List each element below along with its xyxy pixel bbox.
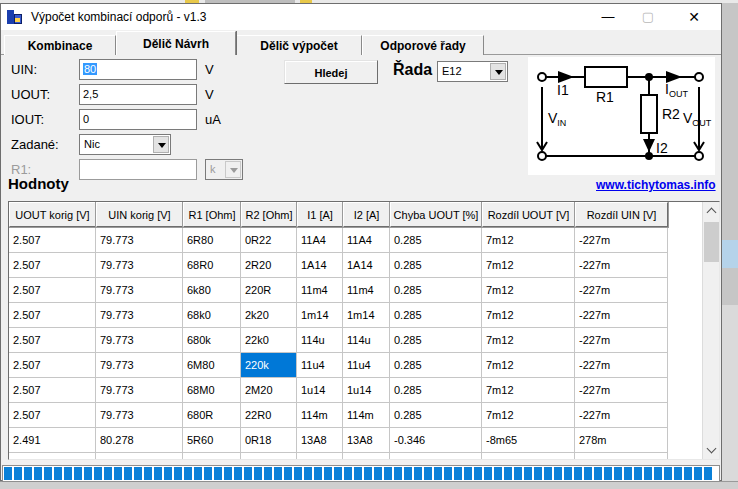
scrollbar-thumb[interactable] xyxy=(704,222,719,262)
table-cell[interactable]: -8m65 xyxy=(482,428,575,453)
table-cell[interactable]: -227m xyxy=(575,353,668,378)
table-cell[interactable]: 79.773 xyxy=(96,278,183,303)
website-link[interactable]: www.tichytomas.info xyxy=(596,178,712,192)
table-cell[interactable]: 7m12 xyxy=(482,228,575,253)
table-cell[interactable]: 1m14 xyxy=(297,303,343,328)
column-header[interactable]: I1 [A] xyxy=(297,202,343,227)
table-cell[interactable]: 80.278 xyxy=(96,453,183,459)
table-cell[interactable]: 2.507 xyxy=(9,378,96,403)
column-header[interactable]: I2 [A] xyxy=(343,202,390,227)
uout-input[interactable]: 2,5 xyxy=(79,84,197,105)
tab-odporove-rady[interactable]: Odporové řady xyxy=(362,35,484,55)
table-cell[interactable]: 7m12 xyxy=(482,253,575,278)
table-cell[interactable]: 680k xyxy=(183,328,241,353)
table-cell[interactable]: 7m12 xyxy=(482,403,575,428)
column-header[interactable]: R2 [Ohm] xyxy=(241,202,297,227)
table-cell[interactable]: 2.507 xyxy=(9,328,96,353)
table-cell[interactable]: -0.346 xyxy=(390,428,482,453)
table-cell[interactable]: 278m xyxy=(575,453,668,459)
table-cell[interactable]: 22k0 xyxy=(241,328,297,353)
table-cell[interactable]: 2.491 xyxy=(9,428,96,453)
table-cell[interactable]: 114m xyxy=(297,403,343,428)
table-cell[interactable]: 7m12 xyxy=(482,353,575,378)
table-cell[interactable]: 278m xyxy=(575,428,668,453)
table-cell[interactable]: 13A8 xyxy=(343,428,390,453)
table-cell[interactable]: -227m xyxy=(575,253,668,278)
rada-select[interactable]: E12 xyxy=(437,61,508,82)
zadane-select[interactable]: Nic xyxy=(79,134,171,155)
table-cell[interactable]: 0.285 xyxy=(390,403,482,428)
tab-kombinace[interactable]: Kombinace xyxy=(4,35,116,55)
table-cell[interactable]: 1A14 xyxy=(343,253,390,278)
table-cell[interactable]: 79.773 xyxy=(96,228,183,253)
table-cell[interactable]: 0.285 xyxy=(390,228,482,253)
table-cell[interactable]: 7m12 xyxy=(482,378,575,403)
table-cell[interactable]: 68R0 xyxy=(183,253,241,278)
table-cell[interactable]: 7m12 xyxy=(482,328,575,353)
table-cell[interactable]: 79.773 xyxy=(96,378,183,403)
table-cell[interactable]: 114u xyxy=(297,328,343,353)
table-cell[interactable]: 11m4 xyxy=(343,278,390,303)
search-button[interactable]: Hledej xyxy=(284,60,378,84)
table-cell[interactable]: 2M20 xyxy=(241,378,297,403)
table-cell[interactable]: 2R20 xyxy=(241,253,297,278)
table-cell[interactable]: 7m12 xyxy=(482,303,575,328)
iout-input[interactable]: 0 xyxy=(79,109,197,130)
table-cell[interactable]: 68k0 xyxy=(183,303,241,328)
table-cell[interactable]: 2.507 xyxy=(9,253,96,278)
column-header[interactable]: Chyba UOUT [%] xyxy=(390,202,482,227)
table-cell[interactable]: -227m xyxy=(575,278,668,303)
scroll-up-button[interactable] xyxy=(703,202,720,219)
tab-delic-navrh[interactable]: Dělič Návrh xyxy=(116,31,236,55)
table-cell[interactable]: 79.773 xyxy=(96,253,183,278)
table-cell[interactable]: -227m xyxy=(575,403,668,428)
table-cell[interactable]: 0.285 xyxy=(390,303,482,328)
table-cell[interactable]: -227m xyxy=(575,378,668,403)
table-cell[interactable]: 1u14 xyxy=(343,378,390,403)
table-cell[interactable]: 7m12 xyxy=(482,278,575,303)
table-cell[interactable]: -227m xyxy=(575,328,668,353)
table-cell[interactable]: -0.346 xyxy=(390,453,482,459)
table-cell[interactable]: 22R0 xyxy=(241,403,297,428)
table-cell[interactable]: 79.773 xyxy=(96,328,183,353)
table-cell[interactable]: 0R18 xyxy=(241,428,297,453)
table-cell[interactable]: 6R80 xyxy=(183,228,241,253)
chevron-down-icon[interactable] xyxy=(490,63,506,80)
table-cell[interactable]: 2.507 xyxy=(9,353,96,378)
table-cell[interactable]: 2.491 xyxy=(9,453,96,459)
close-button[interactable]: ✕ xyxy=(677,4,711,30)
table-cell[interactable]: 79.773 xyxy=(96,353,183,378)
table-cell[interactable]: 79.773 xyxy=(96,303,183,328)
table-cell[interactable]: 2.507 xyxy=(9,278,96,303)
table-cell[interactable]: 11u4 xyxy=(297,353,343,378)
table-cell[interactable]: 5R60 xyxy=(183,428,241,453)
maximize-button[interactable]: ▢ xyxy=(631,4,665,30)
table-cell[interactable]: 0.285 xyxy=(390,328,482,353)
table-cell[interactable]: -227m xyxy=(575,303,668,328)
table-cell[interactable]: 1u14 xyxy=(297,378,343,403)
column-header[interactable]: Rozdíl UIN [V] xyxy=(575,202,668,227)
table-cell[interactable]: 6k80 xyxy=(183,278,241,303)
table-cell[interactable]: 68M0 xyxy=(183,378,241,403)
table-cell[interactable]: 114m xyxy=(343,403,390,428)
chevron-down-icon[interactable] xyxy=(153,136,169,153)
table-cell[interactable]: 220R xyxy=(241,278,297,303)
tab-delic-vypocet[interactable]: Dělič výpočet xyxy=(236,35,362,55)
table-cell[interactable]: 1A38 xyxy=(343,453,390,459)
column-header[interactable]: Rozdíl UOUT [V] xyxy=(482,202,575,227)
table-cell[interactable]: 2.507 xyxy=(9,228,96,253)
table-cell[interactable]: 2.507 xyxy=(9,403,96,428)
table-cell[interactable]: 79.773 xyxy=(96,403,183,428)
table-cell[interactable]: 2.507 xyxy=(9,303,96,328)
table-cell[interactable]: 1m14 xyxy=(343,303,390,328)
table-cell[interactable]: 1A14 xyxy=(297,253,343,278)
table-cell[interactable]: -8m65 xyxy=(482,453,575,459)
table-cell[interactable]: 0.285 xyxy=(390,278,482,303)
table-cell[interactable]: 11A4 xyxy=(343,228,390,253)
column-header[interactable]: UOUT korig [V] xyxy=(9,202,96,227)
table-cell[interactable]: -227m xyxy=(575,228,668,253)
table-cell[interactable]: 80.278 xyxy=(96,428,183,453)
table-cell[interactable]: 6M80 xyxy=(183,353,241,378)
table-cell[interactable]: 0.285 xyxy=(390,378,482,403)
scroll-down-button[interactable] xyxy=(703,442,720,459)
